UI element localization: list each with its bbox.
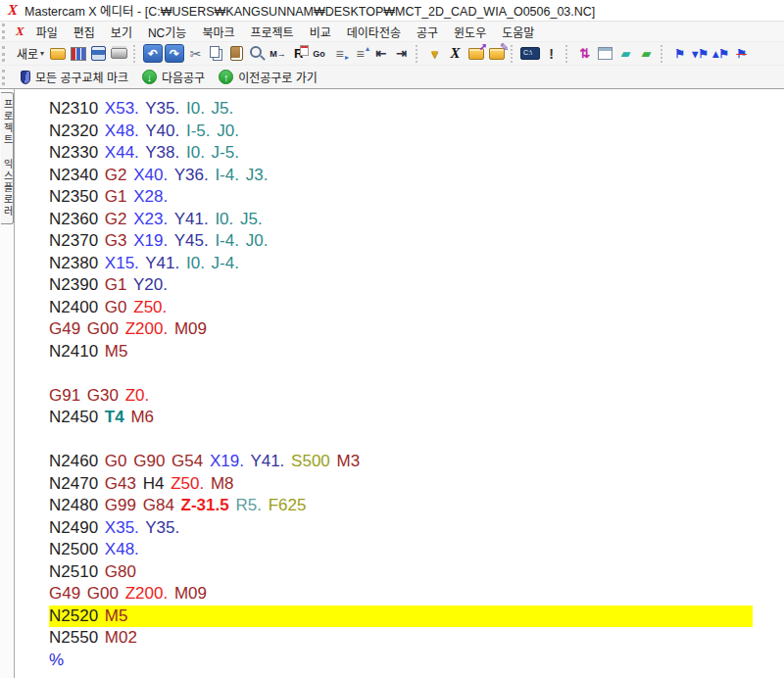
mark-prev-icon[interactable]: ≡: [351, 44, 369, 63]
print-icon[interactable]: [110, 44, 128, 63]
find-next-icon[interactable]: M→: [269, 44, 287, 63]
code-line[interactable]: [49, 363, 784, 385]
code-line[interactable]: N2470 G43 H4 Z50. M8: [49, 473, 784, 496]
code-line[interactable]: N2400 G0 Z50.: [49, 297, 784, 319]
code-line[interactable]: N2310 X53. Y35. I0. J5.: [49, 98, 784, 121]
menu-item-북마크[interactable]: 북마크: [194, 22, 242, 42]
code-token: G3: [105, 231, 127, 250]
code-token: R5.: [235, 496, 261, 514]
code-line[interactable]: N2370 G3 X19. Y45. I-4. J0.: [49, 230, 784, 253]
code-line[interactable]: N2450 T4 M6: [49, 407, 784, 429]
bookmark-prev-icon[interactable]: ▴⚑: [711, 44, 730, 63]
menu-item-NC기능[interactable]: NC기능: [140, 22, 194, 42]
next-tool-button[interactable]: ↓다음공구: [135, 67, 212, 87]
code-line[interactable]: %: [49, 650, 784, 672]
code-line[interactable]: N2490 X35. Y35.: [49, 517, 784, 540]
redo-icon[interactable]: ↷: [165, 44, 184, 63]
syntax-check-icon[interactable]: !: [542, 44, 561, 63]
goto-line-icon[interactable]: Go: [310, 44, 328, 63]
menu-item-비교[interactable]: 비교: [302, 22, 339, 42]
code-line[interactable]: G91 G30 Z0.: [49, 385, 784, 408]
menu-item-파일[interactable]: 파일: [28, 22, 66, 42]
menubar-grip[interactable]: [2, 24, 10, 39]
document-icon[interactable]: X: [16, 24, 24, 39]
code-token: X15.: [105, 254, 139, 272]
code-token: N2490: [49, 518, 98, 537]
code-line[interactable]: N2550 M02: [49, 627, 784, 650]
console-icon[interactable]: C:\: [520, 47, 540, 60]
save-icon[interactable]: [89, 44, 108, 63]
code-line[interactable]: N2380 X15. Y41. I0. J-4.: [49, 253, 784, 275]
new-button[interactable]: 새로 ▾: [14, 43, 47, 64]
code-line[interactable]: N2390 G1 Y20.: [49, 274, 784, 297]
paste-icon[interactable]: [227, 44, 246, 63]
code-token: I0. J-5.: [186, 143, 239, 162]
code-token: N2510: [49, 562, 98, 581]
undo-icon[interactable]: ↶: [143, 44, 163, 63]
toolbar-separator: [511, 45, 515, 63]
filter-icon[interactable]: ▼: [425, 44, 444, 63]
mark-next-icon[interactable]: ≡: [330, 44, 349, 63]
menu-item-편집[interactable]: 편집: [66, 22, 103, 42]
menu-item-도움말[interactable]: 도움말: [494, 22, 542, 42]
code-token: F625: [269, 496, 307, 514]
bookmark-next-icon[interactable]: ▾⚑: [691, 44, 710, 63]
code-token: N2460: [49, 452, 98, 470]
eraser-teal-icon[interactable]: ▰: [616, 44, 635, 63]
code-token: M09: [174, 584, 207, 603]
code-token: N2450: [49, 408, 98, 426]
open-folder-icon[interactable]: [48, 44, 67, 63]
code-token: I-4. J0.: [215, 231, 268, 250]
cut-icon[interactable]: ✂: [186, 44, 205, 63]
menu-item-윈도우[interactable]: 윈도우: [446, 22, 494, 42]
outdent-icon[interactable]: ⇤: [371, 44, 390, 63]
code-token: M6: [130, 408, 154, 426]
all-toolchange-marks-button[interactable]: 모든 공구교체 마크: [14, 67, 135, 87]
file-grid-icon[interactable]: [69, 44, 87, 63]
folder-edit-icon[interactable]: [487, 44, 506, 63]
menu-item-프로젝트[interactable]: 프로젝트: [243, 22, 302, 42]
code-token: I0. J5.: [215, 210, 262, 228]
eraser-green-icon[interactable]: ▰: [637, 44, 656, 63]
toolbar-grip[interactable]: [2, 46, 10, 62]
mastercam-logo-icon: X: [8, 3, 18, 18]
code-line[interactable]: N2340 G2 X40. Y36. I-4. J3.: [49, 165, 784, 187]
code-line[interactable]: N2410 M5: [49, 341, 784, 363]
project-explorer-tab[interactable]: 프로젝트 익스플로러: [1, 92, 14, 224]
code-token: I-5. J0.: [186, 121, 239, 140]
code-line[interactable]: N2360 G2 X23. Y41. I0. J5.: [49, 209, 784, 231]
code-token: G49 G00: [49, 319, 119, 338]
copy-icon[interactable]: [207, 44, 225, 63]
code-line[interactable]: N2500 X48.: [49, 539, 784, 561]
code-line[interactable]: N2520 M5: [49, 605, 753, 628]
folder-export-icon[interactable]: [466, 44, 485, 63]
toolbar2-grip[interactable]: [2, 70, 10, 85]
code-line[interactable]: [49, 429, 784, 452]
code-token: X48.: [105, 121, 139, 140]
compare-icon[interactable]: ⇅: [575, 44, 594, 63]
code-line[interactable]: N2330 X44. Y38. I0. J-5.: [49, 142, 784, 165]
indent-icon[interactable]: ⇥: [392, 44, 411, 63]
send-window-icon[interactable]: [596, 44, 614, 63]
menu-item-보기[interactable]: 보기: [103, 22, 140, 42]
code-line[interactable]: N2320 X48. Y40. I-5. J0.: [49, 121, 784, 143]
code-token: G2: [105, 210, 127, 228]
menu-item-데이타전송[interactable]: 데이타전송: [339, 22, 409, 42]
bookmark-clear-icon[interactable]: ⚑: [732, 44, 751, 63]
code-line[interactable]: G49 G00 Z200. M09: [49, 318, 784, 341]
bookmark-toggle-icon[interactable]: ⚑: [670, 44, 689, 63]
prev-tool-button-label: 이전공구로 가기: [238, 69, 318, 85]
code-line[interactable]: G49 G00 Z200. M09: [49, 583, 784, 605]
code-line[interactable]: N2460 G0 G90 G54 X19. Y41. S500 M3: [49, 451, 784, 473]
prev-tool-button[interactable]: ↑이전공구로 가기: [212, 67, 324, 87]
find-icon[interactable]: [248, 44, 267, 63]
replace-icon[interactable]: R: [289, 44, 308, 63]
code-line[interactable]: N2350 G1 X28.: [49, 186, 784, 209]
menu-item-공구[interactable]: 공구: [409, 22, 446, 42]
nc-code-editor[interactable]: N2310 X53. Y35. I0. J5.N2320 X48. Y40. I…: [16, 89, 784, 678]
mastercam-x-icon[interactable]: X: [446, 44, 465, 63]
code-line[interactable]: N2510 G80: [49, 561, 784, 584]
code-line[interactable]: N2480 G99 G84 Z-31.5 R5. F625: [49, 495, 784, 517]
code-token: Y45.: [174, 231, 209, 250]
code-token: X35.: [105, 518, 139, 537]
